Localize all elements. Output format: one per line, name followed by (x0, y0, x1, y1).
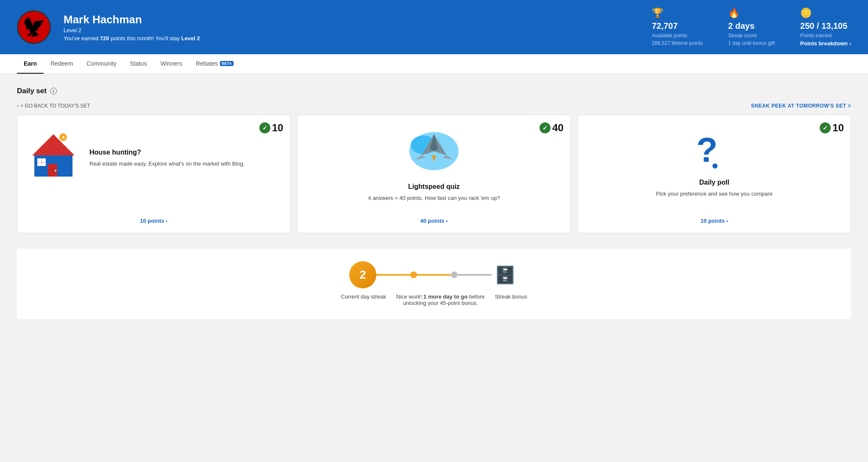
card-points-badge-poll: ✓ 10 (820, 122, 844, 134)
streak-icon: 🔥 (728, 8, 775, 19)
lifetime-points-value: 288,527 lifetime points (652, 40, 703, 46)
stat-available-points: 🏆 72,707 Available points 288,527 lifeti… (652, 8, 703, 47)
house-points-value: 10 (272, 122, 284, 134)
user-name: Mark Hachman (64, 13, 200, 26)
quiz-card-desc: 4 answers = 40 points. How fast can you … (368, 194, 500, 202)
nav-item-redeem[interactable]: Redeem (44, 54, 80, 74)
trophy-icon: 🏆 (652, 8, 703, 19)
quiz-card-center: Lightspeed quiz 4 answers = 40 points. H… (306, 124, 562, 210)
user-info: Mark Hachman Level 2 You've earned 720 p… (64, 13, 200, 41)
quiz-points-link[interactable]: 40 points › (420, 218, 448, 224)
card-points-badge-quiz: ✓ 40 (540, 122, 564, 134)
points-earned-label: Points earned (800, 33, 851, 39)
available-points-label: Available points (652, 33, 703, 39)
poll-points-value: 10 (832, 122, 844, 134)
quiz-card-title: Lightspeed quiz (408, 183, 460, 191)
stat-points-earned: 🪙 250 / 13,105 Points earned Points brea… (800, 8, 851, 47)
poll-image: ? (693, 128, 735, 172)
nav-item-status[interactable]: Status (123, 54, 154, 74)
card-daily-poll[interactable]: ✓ 10 ? Daily poll Pick your preference a… (578, 115, 851, 233)
user-message: You've earned 720 points this month! You… (64, 35, 200, 41)
nav-item-winners[interactable]: Winners (154, 54, 189, 74)
streak-day-number: 2 (359, 268, 366, 282)
streak-label-left: Current day streak (341, 293, 386, 300)
cards-grid: ✓ 10 (17, 115, 851, 233)
points-breakdown-link[interactable]: Points breakdown › (800, 40, 851, 47)
nav-item-earn[interactable]: Earn (17, 54, 44, 74)
nav-item-rebates[interactable]: Rebates BETA (189, 54, 240, 74)
jet-image (406, 128, 462, 176)
coins-icon: 🪙 (800, 8, 851, 19)
daily-set-title: Daily set (17, 87, 47, 95)
completed-check-icon: ✓ (259, 122, 270, 133)
streak-dot-1 (410, 271, 417, 278)
streak-line-1 (376, 274, 410, 276)
page-header: 🦅 Mark Hachman Level 2 You've earned 720… (0, 0, 868, 54)
house-image: ★ (26, 132, 81, 180)
poll-card-footer: 10 points › (587, 210, 842, 224)
card-lightspeed-quiz[interactable]: ✓ 40 (297, 115, 570, 233)
cards-nav-row: ‹ < GO BACK TO TODAY'S SET SNEAK PEEK AT… (17, 103, 851, 109)
streak-track: 2 🗄️ (349, 261, 519, 288)
svg-text:?: ? (696, 130, 718, 169)
user-level: Level 2 (64, 27, 200, 33)
card-house-hunting[interactable]: ✓ 10 (17, 115, 290, 233)
beta-badge: BETA (220, 61, 234, 66)
main-nav: Earn Redeem Community Status Winners Reb… (0, 54, 868, 74)
quiz-points-value: 40 (552, 122, 564, 134)
house-card-footer: 10 points › (26, 210, 281, 224)
nav-item-community[interactable]: Community (80, 54, 123, 74)
streak-chest-icon: 🗄️ (492, 261, 519, 288)
house-card-body: House hunting? Real estate made easy. Ex… (89, 144, 245, 168)
svg-text:★: ★ (61, 135, 66, 140)
info-icon[interactable]: i (50, 88, 57, 94)
header-stats: 🏆 72,707 Available points 288,527 lifeti… (652, 8, 851, 47)
poll-points-link[interactable]: 10 points › (701, 218, 728, 224)
streak-section: 2 🗄️ Current day streak Nice work! 1 mor… (17, 249, 851, 319)
svg-point-18 (712, 163, 718, 169)
stat-streak: 🔥 2 days Streak count 1 day until bonus … (728, 8, 775, 47)
poll-card-center: ? Daily poll Pick your preference and se… (587, 124, 842, 210)
completed-check-icon-quiz: ✓ (540, 122, 551, 133)
house-points-link[interactable]: 10 points › (140, 218, 167, 224)
back-to-today-link[interactable]: ‹ < GO BACK TO TODAY'S SET (17, 103, 90, 109)
house-card-desc: Real estate made easy. Explore what's on… (89, 160, 245, 168)
streak-label-mid: Nice work! 1 more day to go before unloc… (394, 293, 487, 306)
section-title: Daily set i (17, 87, 851, 95)
streak-day-circle: 2 (349, 261, 376, 288)
streak-bonus-sub: 1 day until bonus gift (728, 40, 775, 46)
card-points-badge-house: ✓ 10 (259, 122, 284, 134)
streak-dot-2 (451, 271, 458, 278)
poll-card-title: Daily poll (699, 179, 729, 186)
svg-point-3 (55, 170, 56, 172)
streak-line-2 (417, 274, 451, 276)
streak-line-3 (458, 274, 492, 276)
streak-count-label: Streak count (728, 33, 775, 39)
streak-days-value: 2 days (728, 21, 775, 31)
streak-labels: Current day streak Nice work! 1 more day… (341, 293, 527, 306)
avatar: 🦅 (17, 10, 51, 44)
points-earned-value: 250 / 13,105 (800, 21, 851, 31)
completed-check-icon-poll: ✓ (820, 122, 831, 133)
sneak-peek-link[interactable]: SNEAK PEEK AT TOMORROW'S SET > (751, 103, 851, 109)
streak-label-right: Streak bonus (495, 293, 527, 300)
poll-card-desc: Pick your preference and see how you com… (656, 190, 773, 198)
quiz-card-footer: 40 points › (306, 210, 562, 224)
available-points-value: 72,707 (652, 21, 703, 31)
svg-marker-0 (32, 134, 75, 155)
back-chevron-icon: ‹ (17, 103, 19, 109)
house-card-title: House hunting? (89, 149, 245, 156)
main-content: Daily set i ‹ < GO BACK TO TODAY'S SET S… (0, 74, 868, 332)
